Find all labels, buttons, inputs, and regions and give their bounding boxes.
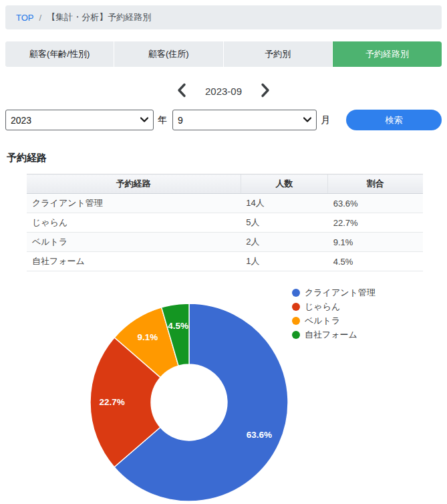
month-unit-label: 月 <box>321 114 330 126</box>
table-row: 自社フォーム1人4.5% <box>27 252 423 271</box>
slice-label: 9.1% <box>137 332 158 342</box>
tab-1[interactable]: 顧客(住所) <box>114 41 223 67</box>
breadcrumb-current: 【集計・分析】予約経路別 <box>47 11 151 23</box>
table-cell: 14人 <box>241 194 327 213</box>
table-cell: 2人 <box>241 233 327 252</box>
chart-legend: クライアント管理じゃらんベルトラ自社フォーム <box>292 287 376 340</box>
donut-chart: 63.6%22.7%9.1%4.5% <box>0 283 447 504</box>
month-select[interactable]: 9 <box>172 110 317 130</box>
filter-controls: 2023 年 9 月 検索 <box>5 110 442 130</box>
table-cell: 63.6% <box>328 194 423 213</box>
tab-0[interactable]: 顧客(年齢/性別) <box>5 41 114 67</box>
legend-label: 自社フォーム <box>305 329 357 341</box>
chevron-left-icon <box>176 83 186 100</box>
table-cell: じゃらん <box>27 213 241 233</box>
table-cell: 22.7% <box>328 213 423 233</box>
breadcrumb-separator: / <box>39 13 42 23</box>
column-header-ratio: 割合 <box>328 174 423 194</box>
reservation-route-table: 予約経路 人数 割合 クライアント管理14人63.6%じゃらん5人22.7%ベル… <box>27 174 423 271</box>
prev-month-button[interactable] <box>176 83 186 100</box>
tab-3[interactable]: 予約経路別 <box>333 41 442 67</box>
legend-swatch-icon <box>292 331 300 339</box>
slice-label: 22.7% <box>99 397 124 407</box>
table-cell: ベルトラ <box>27 233 241 252</box>
next-month-button[interactable] <box>261 83 271 100</box>
legend-item[interactable]: ベルトラ <box>292 316 376 326</box>
section-title: 予約経路 <box>7 152 447 164</box>
current-period-label: 2023-09 <box>205 86 242 97</box>
breadcrumb-home-link[interactable]: TOP <box>16 13 34 23</box>
table-cell: 4.5% <box>328 252 423 271</box>
breadcrumb: TOP / 【集計・分析】予約経路別 <box>5 5 442 29</box>
date-navigation: 2023-09 <box>0 82 447 100</box>
column-header-route: 予約経路 <box>27 174 241 194</box>
chevron-right-icon <box>261 83 271 100</box>
slice-label: 4.5% <box>168 321 188 331</box>
tab-2[interactable]: 予約別 <box>224 41 333 67</box>
table-cell: 9.1% <box>328 233 423 252</box>
slice-label: 63.6% <box>247 430 272 440</box>
table-cell: 自社フォーム <box>27 252 241 271</box>
legend-item[interactable]: 自社フォーム <box>292 330 376 340</box>
table-cell: クライアント管理 <box>27 194 241 213</box>
year-select[interactable]: 2023 <box>5 110 154 130</box>
legend-label: ベルトラ <box>305 315 340 327</box>
table-row: ベルトラ2人9.1% <box>27 233 423 252</box>
donut-chart-area: 63.6%22.7%9.1%4.5% クライアント管理じゃらんベルトラ自社フォー… <box>0 283 447 504</box>
table-row: じゃらん5人22.7% <box>27 213 423 233</box>
legend-swatch-icon <box>292 303 300 311</box>
table-cell: 5人 <box>241 213 327 233</box>
legend-label: クライアント管理 <box>305 287 376 299</box>
legend-swatch-icon <box>292 289 300 297</box>
tab-bar: 顧客(年齢/性別)顧客(住所)予約別予約経路別 <box>5 41 442 67</box>
search-button[interactable]: 検索 <box>346 110 442 130</box>
legend-item[interactable]: クライアント管理 <box>292 287 376 298</box>
table-row: クライアント管理14人63.6% <box>27 194 423 213</box>
legend-label: じゃらん <box>305 301 340 313</box>
column-header-count: 人数 <box>241 174 327 194</box>
table-cell: 1人 <box>241 252 327 271</box>
legend-item[interactable]: じゃらん <box>292 301 376 312</box>
year-unit-label: 年 <box>158 114 167 126</box>
legend-swatch-icon <box>292 317 300 325</box>
